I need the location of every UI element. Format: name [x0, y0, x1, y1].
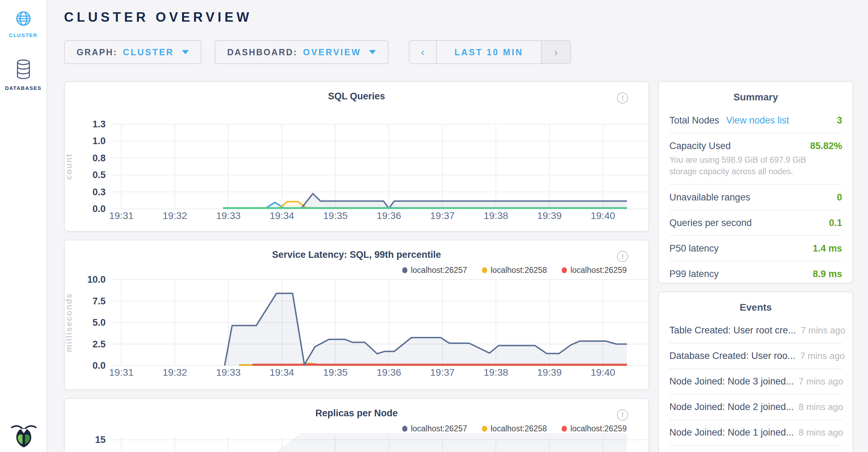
- dashboard-content: SQL Queries ! 0.00.30.50.81.01.319:3119:…: [64, 81, 853, 452]
- svg-text:19:34: 19:34: [270, 210, 294, 221]
- svg-text:0.8: 0.8: [92, 153, 106, 163]
- right-column: Summary Total NodesView nodes list3Capac…: [658, 81, 853, 452]
- summary-row: P50 latency1.4 ms: [669, 236, 842, 261]
- event-text: Node Joined: Node 2 joined...: [669, 402, 794, 412]
- svg-text:19:40: 19:40: [591, 367, 615, 378]
- summary-panel: Summary Total NodesView nodes list3Capac…: [658, 81, 853, 283]
- svg-text:19:32: 19:32: [163, 367, 187, 378]
- sidebar-item-label: CLUSTER: [0, 32, 47, 38]
- summary-row: Unavailable ranges0: [669, 185, 842, 210]
- page-title: CLUSTER OVERVIEW: [64, 10, 853, 25]
- event-timestamp: 8 mins ago: [794, 402, 843, 412]
- svg-text:0.0: 0.0: [92, 360, 106, 371]
- svg-text:19:40: 19:40: [591, 210, 615, 221]
- summary-row-note: You are using 598.9 GiB of 697.9 GiB sto…: [669, 154, 834, 177]
- event-timestamp: 7 mins ago: [795, 351, 845, 361]
- svg-text:0.3: 0.3: [92, 187, 106, 197]
- events-title: Events: [669, 292, 842, 313]
- view-nodes-list-link[interactable]: View nodes list: [726, 115, 789, 126]
- summary-row-value: 3: [837, 115, 842, 126]
- svg-text:19:33: 19:33: [216, 210, 241, 221]
- summary-row-value: 8.9 ms: [813, 269, 842, 280]
- sidebar-item-label: DATABASES: [0, 85, 47, 91]
- summary-row-label: Queries per second: [669, 218, 752, 228]
- main-content: CLUSTER OVERVIEW GRAPH: CLUSTER DASHBOAR…: [47, 0, 868, 452]
- svg-text:19:39: 19:39: [537, 367, 562, 378]
- event-text: Database Created: User roo...: [669, 351, 795, 361]
- graph-dropdown-value: CLUSTER: [123, 47, 174, 57]
- time-range-prev-button[interactable]: ‹: [410, 41, 437, 63]
- summary-row-value: 85.82%: [810, 141, 842, 151]
- event-row[interactable]: Database Created: User roo...7 mins ago: [669, 344, 842, 369]
- summary-row: P99 latency8.9 ms: [669, 261, 842, 286]
- chart-card-replicas-per-node: Replicas per Node ! localhost:26257local…: [64, 398, 649, 452]
- service-latency-chart[interactable]: 0.02.55.07.510.019:3119:3219:3319:3419:3…: [65, 240, 650, 391]
- svg-text:19:31: 19:31: [109, 367, 134, 378]
- dashboard-dropdown-value: OVERVIEW: [303, 47, 361, 57]
- summary-row-label: P99 latency: [669, 269, 719, 280]
- svg-text:19:35: 19:35: [323, 367, 348, 378]
- controls-bar: GRAPH: CLUSTER DASHBOARD: OVERVIEW ‹ LAS…: [64, 40, 853, 64]
- event-row[interactable]: Node Joined: Node 1 joined...8 mins ago: [669, 420, 842, 446]
- sidebar: CLUSTER DATABASES: [0, 0, 47, 452]
- sql-queries-chart[interactable]: 0.00.30.50.81.01.319:3119:3219:3319:3419…: [65, 82, 650, 232]
- globe-icon: [15, 10, 31, 27]
- summary-row-value: 0.1: [829, 218, 842, 228]
- svg-text:19:39: 19:39: [537, 210, 562, 221]
- events-panel: Events Table Created: User root cre...7 …: [658, 291, 853, 452]
- time-range-selector: ‹ LAST 10 MIN ›: [409, 40, 571, 64]
- graph-dropdown-label: GRAPH:: [77, 47, 118, 57]
- summary-row: Total NodesView nodes list3: [669, 108, 842, 133]
- svg-text:19:37: 19:37: [430, 367, 455, 378]
- sidebar-item-databases[interactable]: DATABASES: [0, 59, 47, 91]
- event-timestamp: 7 mins ago: [796, 325, 845, 336]
- time-range-next-button[interactable]: ›: [541, 41, 570, 63]
- chart-card-sql-queries: SQL Queries ! 0.00.30.50.81.01.319:3119:…: [64, 81, 649, 232]
- dashboard-dropdown[interactable]: DASHBOARD: OVERVIEW: [215, 40, 389, 64]
- svg-text:19:34: 19:34: [270, 367, 294, 378]
- svg-text:7.5: 7.5: [92, 296, 106, 306]
- event-row[interactable]: Table Created: User root cre...7 mins ag…: [669, 318, 842, 344]
- chevron-down-icon: [182, 50, 189, 54]
- svg-text:0.5: 0.5: [92, 170, 106, 180]
- svg-text:19:31: 19:31: [109, 210, 134, 221]
- svg-text:19:38: 19:38: [484, 210, 508, 221]
- sidebar-item-cluster[interactable]: CLUSTER: [0, 0, 47, 38]
- svg-text:19:36: 19:36: [377, 210, 401, 221]
- charts-column: SQL Queries ! 0.00.30.50.81.01.319:3119:…: [64, 81, 649, 452]
- summary-title: Summary: [669, 82, 842, 103]
- summary-row-value: 1.4 ms: [813, 243, 842, 254]
- svg-text:19:32: 19:32: [163, 210, 187, 221]
- event-timestamp: 7 mins ago: [794, 376, 843, 387]
- svg-text:15: 15: [95, 435, 106, 445]
- summary-row-value: 0: [837, 192, 842, 203]
- svg-text:0.0: 0.0: [92, 204, 106, 214]
- svg-text:10.0: 10.0: [87, 274, 106, 285]
- replicas-per-node-chart[interactable]: 1510: [65, 399, 650, 452]
- svg-text:2.5: 2.5: [92, 339, 106, 349]
- svg-text:1.3: 1.3: [92, 119, 106, 129]
- event-row[interactable]: Node Joined: Node 3 joined...7 mins ago: [669, 369, 842, 395]
- summary-row-label: P50 latency: [669, 243, 719, 254]
- svg-text:19:37: 19:37: [430, 210, 455, 221]
- time-range-label[interactable]: LAST 10 MIN: [437, 41, 541, 63]
- summary-row: Queries per second0.1: [669, 210, 842, 236]
- dashboard-dropdown-label: DASHBOARD:: [227, 47, 298, 57]
- chevron-down-icon: [369, 50, 376, 54]
- summary-row-label: Unavailable ranges: [669, 192, 750, 203]
- summary-row-label: Total Nodes: [669, 115, 719, 126]
- cockroachdb-logo: [10, 421, 37, 448]
- chart-card-service-latency: Service Latency: SQL, 99th percentile ! …: [64, 240, 649, 390]
- event-rows: Table Created: User root cre...7 mins ag…: [669, 318, 842, 446]
- svg-text:19:33: 19:33: [216, 367, 241, 378]
- database-icon: [16, 59, 31, 79]
- graph-dropdown[interactable]: GRAPH: CLUSTER: [64, 40, 201, 64]
- event-row[interactable]: Node Joined: Node 2 joined...8 mins ago: [669, 395, 842, 420]
- svg-text:5.0: 5.0: [92, 317, 106, 328]
- summary-row-label: Capacity Used: [669, 141, 731, 151]
- summary-rows: Total NodesView nodes list3Capacity Used…: [669, 108, 842, 286]
- event-text: Node Joined: Node 1 joined...: [669, 427, 794, 438]
- svg-text:count: count: [65, 153, 73, 179]
- event-text: Node Joined: Node 3 joined...: [669, 376, 794, 387]
- svg-text:19:38: 19:38: [484, 367, 508, 378]
